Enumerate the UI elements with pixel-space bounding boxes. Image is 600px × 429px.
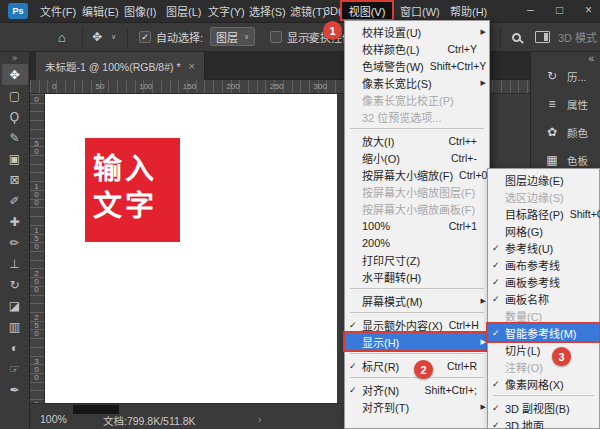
menu-item[interactable]: 网格(G) <box>488 222 599 239</box>
menu-item[interactable]: ✓智能参考线(M) <box>488 324 599 341</box>
menu-item[interactable]: 像素长宽比校正(P) <box>345 91 489 108</box>
menu-item[interactable]: ✓像素网格(X) <box>488 375 599 392</box>
menu-item[interactable]: 注释(O) <box>488 358 599 375</box>
zoom-level[interactable]: 100% <box>40 413 67 425</box>
menu-item[interactable]: ✓3D 副视图(B) <box>488 399 599 416</box>
menu-item[interactable]: 32 位预览选项... <box>345 108 489 125</box>
menu-item[interactable]: 校样颜色(L)Ctrl+Y <box>345 40 489 57</box>
properties-panel[interactable]: ≡属性 <box>531 90 600 118</box>
ruler-tick-label: 300 <box>314 82 327 91</box>
menu-item[interactable]: 数量(C) <box>488 307 599 324</box>
status-chevron-icon[interactable]: › <box>258 413 262 425</box>
menu-item[interactable]: ✓3D 地面 <box>488 416 599 429</box>
menu-item[interactable]: 校样设置(U)▶ <box>345 23 489 40</box>
menu-item-label: 打印尺寸(Z) <box>362 252 420 268</box>
history-brush-tool[interactable]: ↻ <box>2 274 28 295</box>
menubar-item[interactable]: 图层(L) <box>162 2 205 19</box>
menu-item[interactable]: 放大(I)Ctrl++ <box>345 132 489 149</box>
menu-item[interactable]: 选区边缘(S) <box>488 188 599 205</box>
check-icon: ✓ <box>349 320 362 330</box>
menubar-item[interactable]: 窗口(W) <box>396 2 444 19</box>
menu-item[interactable]: 200% <box>345 234 489 251</box>
vertical-ruler[interactable]: 050100150200250300350 <box>30 94 45 429</box>
horizontal-ruler[interactable]: 050100150200250300350 <box>30 80 600 94</box>
quick-selection-tool[interactable]: ✎ <box>2 127 28 148</box>
auto-select-target-dropdown[interactable]: 图层∨ <box>210 27 255 46</box>
menu-item[interactable]: 切片(L) <box>488 341 599 358</box>
menu-item[interactable]: 按屏幕大小缩放(F)Ctrl+0 <box>345 166 489 183</box>
ruler-tick-label: 150 <box>32 226 41 250</box>
menu-item[interactable]: ✓画板参考线 <box>488 273 599 290</box>
gradient-tool[interactable]: ▥ <box>2 316 28 337</box>
hand-tool[interactable]: ☞ <box>2 358 28 379</box>
workspace-icon[interactable] <box>535 31 550 43</box>
menu-item[interactable]: 按屏幕大小缩放画板(F) <box>345 200 489 217</box>
document-tab[interactable]: 未标题-1 @ 100%(RGB/8#) * × <box>36 52 205 80</box>
menu-item[interactable]: 图层边缘(E) <box>488 171 599 188</box>
canvas[interactable]: 输入 文字 <box>45 94 337 403</box>
minimize-button[interactable]: – <box>527 3 534 17</box>
menubar-item[interactable]: 编辑(E) <box>78 2 123 19</box>
pen-tool[interactable]: ✒ <box>2 379 28 400</box>
menu-item[interactable]: ✓对齐(N)Shift+Ctrl+; <box>345 381 489 398</box>
menubar-item[interactable]: 帮助(H) <box>446 2 491 19</box>
panel-label: 色板 <box>567 153 588 168</box>
menu-item[interactable]: ✓画布参考线 <box>488 256 599 273</box>
check-icon: ✓ <box>492 420 505 429</box>
photoshop-logo: Ps <box>8 3 28 19</box>
menubar-item[interactable]: 文件(F) <box>36 2 80 19</box>
menu-separator <box>350 288 484 289</box>
crop-tool[interactable]: ▣ <box>2 148 28 169</box>
healing-brush-tool[interactable]: ✚ <box>2 211 28 232</box>
menubar-item[interactable]: 文字(Y) <box>204 2 249 19</box>
dodge-tool[interactable]: ◐ <box>2 337 28 358</box>
menu-item[interactable]: 目标路径(P)Shift+Ctrl+H <box>488 205 599 222</box>
menu-item[interactable]: ✓画板名称 <box>488 290 599 307</box>
align-icons[interactable]: ⊞ <box>306 23 316 51</box>
auto-select-checkbox[interactable]: ✓自动选择: <box>139 23 203 51</box>
menubar-item[interactable]: 选择(S) <box>245 2 290 19</box>
lasso-tool[interactable]: Ϙ <box>2 106 28 127</box>
menu-item[interactable]: ✓参考线(U) <box>488 239 599 256</box>
menu-item[interactable]: 100%Ctrl+1 <box>345 217 489 234</box>
menu-item[interactable]: 打印尺寸(Z) <box>345 251 489 268</box>
menu-item[interactable]: 水平翻转(H) <box>345 268 489 285</box>
menubar-item-view[interactable]: 视图(V) <box>342 2 392 19</box>
menu-item-label: 网格(G) <box>505 223 543 239</box>
frame-tool[interactable]: ⊠ <box>2 169 28 190</box>
menu-item[interactable]: 像素长宽比(S)▶ <box>345 74 489 91</box>
divider <box>127 27 128 48</box>
menu-item[interactable]: 按屏幕大小缩放图层(F) <box>345 183 489 200</box>
menu-item[interactable]: 色域警告(W)Shift+Ctrl+Y <box>345 57 489 74</box>
marquee-tool[interactable]: ▢ <box>2 85 28 106</box>
eraser-tool[interactable]: ◪ <box>2 295 28 316</box>
menu-item[interactable]: ✓显示额外内容(X)Ctrl+H <box>345 316 489 333</box>
tab-close-icon[interactable]: × <box>189 60 195 72</box>
history-panel[interactable]: ↻历... <box>531 62 600 90</box>
menu-item-shortcut: Ctrl+0 <box>453 169 487 181</box>
tab-bar: 未标题-1 @ 100%(RGB/8#) * × <box>30 52 600 80</box>
menu-item[interactable]: 显示(H)▶ <box>345 333 489 350</box>
clone-stamp-tool[interactable]: ⊥ <box>2 253 28 274</box>
text-layer-block[interactable]: 输入 文字 <box>85 138 180 242</box>
move-tool[interactable]: ✥ <box>2 64 28 85</box>
panel-label: 颜色 <box>567 125 588 140</box>
eyedropper-tool[interactable]: ✐ <box>2 190 28 211</box>
brush-tool[interactable]: ✏ <box>2 232 28 253</box>
home-icon[interactable]: ⌂ <box>58 23 66 51</box>
document-size-info: 文档:799.8K/511.8K <box>103 413 196 428</box>
close-button[interactable]: × <box>585 3 592 17</box>
ruler-tick-label: 250 <box>270 82 283 91</box>
color-panel[interactable]: ✿颜色 <box>531 118 600 146</box>
menubar-item[interactable]: 图像(I) <box>120 2 160 19</box>
menu-item[interactable]: 对齐到(T)▶ <box>345 398 489 415</box>
chevron-down-icon[interactable]: ∨ <box>111 23 116 51</box>
ruler-tick-label: 0 <box>32 95 41 103</box>
menu-item[interactable]: 缩小(O)Ctrl+- <box>345 149 489 166</box>
search-icon[interactable] <box>512 33 521 42</box>
collapse-right-icon[interactable]: » <box>12 52 17 64</box>
menu-item[interactable]: 屏幕模式(M)▶ <box>345 292 489 309</box>
maximize-button[interactable]: □ <box>556 3 563 17</box>
move-tool-icon[interactable]: ✥ <box>92 23 102 51</box>
menu-item-label: 画布参考线 <box>505 257 560 273</box>
